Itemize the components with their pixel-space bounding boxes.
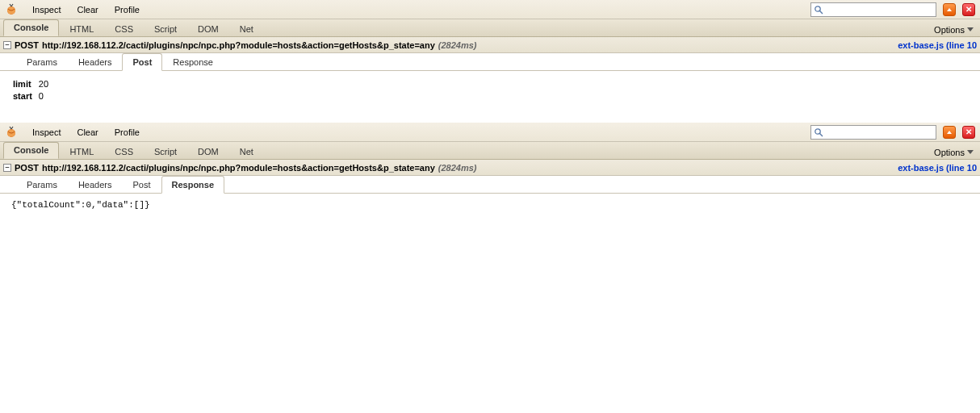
subtab-response[interactable]: Response	[162, 53, 224, 71]
clear-button[interactable]: Clear	[70, 3, 104, 16]
svg-line-7	[820, 133, 823, 136]
request-method: POST	[15, 40, 39, 50]
request-row[interactable]: − POST http://192.168.112.2/cacti/plugin…	[0, 160, 980, 176]
chevron-up-icon	[947, 131, 952, 134]
subtab-headers[interactable]: Headers	[68, 53, 123, 71]
request-url: http://192.168.112.2/cacti/plugins/npc/n…	[42, 163, 435, 173]
chevron-down-icon	[967, 150, 974, 154]
svg-point-2	[815, 6, 820, 10]
search-field[interactable]	[810, 2, 936, 17]
minimize-button[interactable]	[943, 126, 956, 139]
main-toolbar: Inspect Clear Profile ✕	[0, 123, 980, 142]
panel-tabs: Console HTML CSS Script DOM Net Options	[0, 142, 980, 160]
tab-script[interactable]: Script	[144, 143, 187, 160]
subtab-params[interactable]: Params	[16, 53, 68, 71]
search-icon	[814, 5, 823, 15]
svg-point-6	[815, 128, 820, 133]
options-label: Options	[934, 25, 965, 35]
tab-css[interactable]: CSS	[104, 143, 144, 160]
close-button[interactable]: ✕	[962, 3, 975, 16]
tab-net[interactable]: Net	[229, 20, 264, 37]
tab-console[interactable]: Console	[3, 19, 59, 36]
firebug-icon[interactable]	[5, 3, 18, 16]
subtab-params[interactable]: Params	[16, 176, 68, 194]
options-label: Options	[934, 148, 965, 157]
clear-button[interactable]: Clear	[70, 126, 104, 139]
search-field[interactable]	[810, 125, 936, 140]
chevron-up-icon	[947, 8, 952, 11]
tab-net[interactable]: Net	[229, 143, 264, 160]
request-method: POST	[15, 163, 39, 173]
request-url: http://192.168.112.2/cacti/plugins/npc/n…	[42, 40, 435, 50]
tab-html[interactable]: HTML	[59, 20, 104, 37]
options-menu[interactable]: Options	[928, 142, 980, 159]
param-key: start	[13, 91, 37, 102]
search-icon	[814, 127, 823, 137]
main-toolbar: Inspect Clear Profile ✕	[0, 0, 980, 19]
subtab-headers[interactable]: Headers	[68, 176, 123, 194]
tab-css[interactable]: CSS	[104, 20, 144, 37]
inspect-button[interactable]: Inspect	[26, 126, 67, 139]
options-menu[interactable]: Options	[928, 19, 980, 36]
request-timing: (2824ms)	[438, 40, 477, 50]
tab-script[interactable]: Script	[144, 20, 187, 37]
param-value: 20	[39, 79, 53, 90]
request-subtabs: Params Headers Post Response	[0, 176, 980, 194]
param-value: 0	[39, 91, 53, 102]
request-subtabs: Params Headers Post Response	[0, 53, 980, 71]
svg-line-3	[820, 10, 823, 14]
search-input[interactable]	[826, 127, 933, 138]
panel-tabs: Console HTML CSS Script DOM Net Options	[0, 19, 980, 37]
subtab-response[interactable]: Response	[161, 176, 225, 194]
subtab-post[interactable]: Post	[122, 176, 161, 194]
chevron-down-icon	[967, 27, 974, 31]
request-timing: (2824ms)	[438, 163, 477, 173]
profile-button[interactable]: Profile	[108, 126, 146, 139]
response-panel: {"totalCount":0,"data":[]}	[0, 194, 980, 221]
search-input[interactable]	[826, 4, 933, 15]
source-link[interactable]: ext-base.js (line 10	[898, 40, 977, 50]
firebug-icon[interactable]	[5, 126, 18, 139]
collapse-toggle[interactable]: −	[3, 164, 11, 172]
source-link[interactable]: ext-base.js (line 10	[898, 163, 977, 173]
post-panel: limit 20 start 0	[0, 71, 980, 115]
tab-dom[interactable]: DOM	[187, 20, 229, 37]
response-body: {"totalCount":0,"data":[]}	[11, 200, 969, 210]
profile-button[interactable]: Profile	[108, 3, 146, 16]
tab-console[interactable]: Console	[3, 142, 59, 159]
param-key: limit	[13, 79, 37, 90]
tab-html[interactable]: HTML	[59, 143, 104, 160]
param-row: limit 20	[13, 79, 53, 90]
request-row[interactable]: − POST http://192.168.112.2/cacti/plugin…	[0, 37, 980, 53]
tab-dom[interactable]: DOM	[187, 143, 229, 160]
inspect-button[interactable]: Inspect	[26, 3, 67, 16]
param-row: start 0	[13, 91, 53, 102]
close-button[interactable]: ✕	[962, 126, 975, 139]
minimize-button[interactable]	[943, 3, 956, 16]
collapse-toggle[interactable]: −	[3, 41, 11, 49]
subtab-post[interactable]: Post	[122, 53, 162, 71]
